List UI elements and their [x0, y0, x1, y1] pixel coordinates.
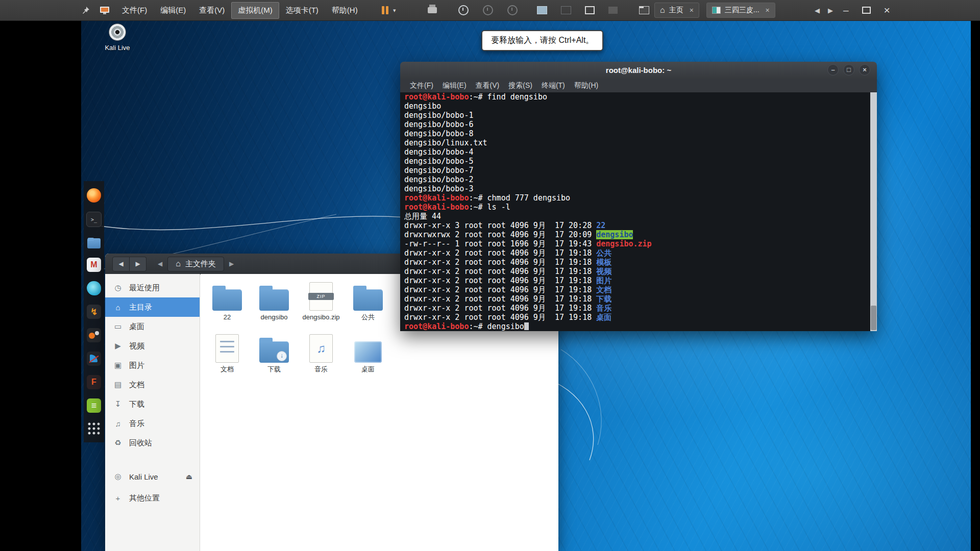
terminal-text-segment: 下载	[596, 294, 611, 304]
sidebar-item-documents[interactable]: ▤文档	[105, 375, 200, 394]
close-icon[interactable]: ×	[766, 6, 770, 14]
terminal-menu-bar: 文件(F)编辑(E)查看(V)搜索(S)终端(T)帮助(H)	[400, 79, 877, 92]
vm-display-area: Kali Live 要释放输入，请按 Ctrl+Alt。 ◀ ▶ ◀ ⌂ 主文件…	[0, 20, 980, 551]
revert-snapshot-icon[interactable]	[483, 5, 493, 15]
dock-burp-icon[interactable]	[87, 328, 101, 342]
terminal-menu-item[interactable]: 文件(F)	[405, 81, 438, 90]
sidebar-item-videos[interactable]: ▶视频	[105, 336, 200, 356]
path-scroll-left-icon[interactable]: ◀	[158, 260, 162, 267]
take-snapshot-icon[interactable]	[458, 5, 469, 15]
doc-line	[220, 351, 234, 353]
terminal-line: dengsibo/bobo-1	[404, 111, 867, 120]
dock-terminal-icon[interactable]	[86, 212, 102, 227]
terminal-line: dengsibo/linux.txt	[404, 138, 867, 147]
dock-bird-icon[interactable]	[87, 281, 101, 295]
scrollbar-thumb[interactable]	[871, 306, 876, 330]
close-icon[interactable]: ×	[690, 6, 694, 14]
toolbar-menu-item[interactable]: 查看(V)	[192, 2, 231, 19]
pause-vm-button[interactable]: ▾	[382, 0, 396, 20]
home-icon: ⌂	[113, 303, 122, 312]
toolbar-menu-item[interactable]: 选项卡(T)	[279, 2, 325, 19]
fullscreen-icon[interactable]	[585, 6, 595, 14]
terminal-text-segment: dengsibo/bobo-3	[404, 184, 473, 193]
minimize-button[interactable]: –	[843, 5, 849, 16]
sidebar-item-kali-live[interactable]: ◎Kali Live⏏	[105, 466, 200, 487]
terminal-scrollbar[interactable]	[870, 92, 877, 331]
file-manager-sidebar: ◷最近使用⌂主目录▭桌面▶视频▣图片▤文档↧下载♫音乐♻回收站 ◎Kali Li…	[105, 274, 200, 551]
manage-snapshots-icon[interactable]	[507, 5, 518, 15]
terminal-menu-item[interactable]: 编辑(E)	[438, 81, 471, 90]
eject-icon[interactable]: ⏏	[186, 472, 192, 481]
back-button[interactable]: ◀	[112, 257, 130, 271]
file-item[interactable]: dengsibo	[251, 281, 298, 333]
sidebar-item-label: 下载	[129, 399, 144, 409]
dock-appgrid-icon[interactable]	[87, 422, 101, 435]
sidebar-item-home[interactable]: ⌂主目录	[105, 297, 200, 317]
desktop-icon-kali-live[interactable]: Kali Live	[100, 23, 135, 52]
sidebar-item-downloads[interactable]: ↧下载	[105, 394, 200, 414]
sidebar-item-pictures[interactable]: ▣图片	[105, 356, 200, 375]
toolbar-menu-item[interactable]: 虚拟机(M)	[231, 2, 279, 19]
terminal-menu-item[interactable]: 终端(T)	[537, 81, 570, 90]
terminal-text-segment: 桌面	[596, 313, 611, 322]
tab-vm[interactable]: 三四三皮... ×	[706, 3, 775, 18]
terminal-line: 总用量 44	[404, 212, 867, 221]
sidebar-item-recent[interactable]: ◷最近使用	[105, 278, 200, 297]
console-view-icon[interactable]	[537, 6, 547, 14]
dock-wireshark-icon[interactable]	[87, 352, 101, 366]
toolbar-menu-item[interactable]: 文件(F)	[115, 2, 154, 19]
file-item[interactable]: ↓下载	[251, 333, 298, 385]
terminal-text-segment: :~# ls -l	[469, 203, 510, 212]
folder-icon	[212, 289, 242, 311]
sidebar-item-music[interactable]: ♫音乐	[105, 414, 200, 433]
path-button-home[interactable]: ⌂ 主文件夹	[167, 257, 224, 271]
close-button[interactable]: ×	[859, 64, 870, 76]
scroll-right-icon[interactable]: ▶	[828, 7, 833, 14]
unity-view-icon[interactable]	[561, 6, 571, 14]
path-scroll-right-icon[interactable]: ▶	[229, 260, 234, 267]
file-item[interactable]: ZIPdengsibo.zip	[298, 281, 345, 333]
terminal-text-segment: drwxr-xr-x 2 root root 4096 9月 17 19:18	[404, 276, 596, 285]
dock-mail-icon[interactable]	[87, 258, 101, 272]
terminal-menu-item[interactable]: 搜索(S)	[504, 81, 537, 90]
toolbar-menu-item[interactable]: 编辑(E)	[154, 2, 192, 19]
file-item[interactable]: 桌面	[345, 333, 391, 385]
send-keys-button[interactable]	[428, 0, 437, 20]
forward-button[interactable]: ▶	[130, 257, 146, 271]
desktop-icon-label: Kali Live	[100, 44, 135, 52]
sidebar-item-other-locations[interactable]: +其他位置	[105, 487, 200, 509]
terminal-menu-item[interactable]: 帮助(H)	[570, 81, 603, 90]
terminal-text-segment: 22	[596, 221, 605, 230]
maximize-button[interactable]	[862, 7, 871, 14]
library-view-icon[interactable]	[608, 7, 618, 14]
file-item[interactable]: 文档	[204, 333, 251, 385]
maximize-button[interactable]: □	[843, 64, 854, 76]
dock-bolt-icon[interactable]	[87, 305, 101, 319]
file-item[interactable]: 22	[204, 281, 251, 333]
file-icon-box: ZIP	[298, 281, 345, 311]
tab-home[interactable]: ⌂ 主页 ×	[654, 3, 699, 18]
scroll-left-icon[interactable]: ◀	[815, 7, 820, 14]
terminal-line: drwxr-xr-x 2 root root 4096 9月 17 19:18 …	[404, 285, 867, 294]
sidebar-item-trash[interactable]: ♻回收站	[105, 433, 200, 453]
dock-notes-icon[interactable]	[87, 398, 101, 413]
dock-files-icon[interactable]	[87, 238, 101, 248]
dock-firefox-icon[interactable]	[87, 188, 101, 203]
terminal-menu-item[interactable]: 查看(V)	[471, 81, 504, 90]
file-item[interactable]: ♫音乐	[298, 333, 345, 385]
chevron-down-icon[interactable]: ▾	[393, 7, 396, 14]
toolbar-menu-item[interactable]: 帮助(H)	[325, 2, 364, 19]
sidebar-item-label: 视频	[129, 341, 144, 351]
sidebar-item-desktop[interactable]: ▭桌面	[105, 317, 200, 336]
show-tabs-button[interactable]	[639, 0, 649, 20]
pin-icon[interactable]	[82, 0, 90, 20]
terminal-titlebar[interactable]: root@kali-bobo: ~ – □ ×	[400, 62, 877, 79]
close-button[interactable]: ×	[884, 4, 890, 16]
sidebar-main-list: ◷最近使用⌂主目录▭桌面▶视频▣图片▤文档↧下载♫音乐♻回收站	[105, 278, 200, 453]
minimize-button[interactable]: –	[827, 64, 839, 76]
terminal-output[interactable]: root@kali-bobo:~# find dengsibodengsibod…	[400, 92, 877, 331]
terminal-text-segment: :~# find dengsibo	[469, 92, 547, 102]
file-item[interactable]: 公共	[345, 281, 391, 333]
terminal-text-segment: drwxr-xr-x 2 root root 4096 9月 17 19:18	[404, 294, 596, 304]
dock-fapp-icon[interactable]	[87, 375, 101, 389]
